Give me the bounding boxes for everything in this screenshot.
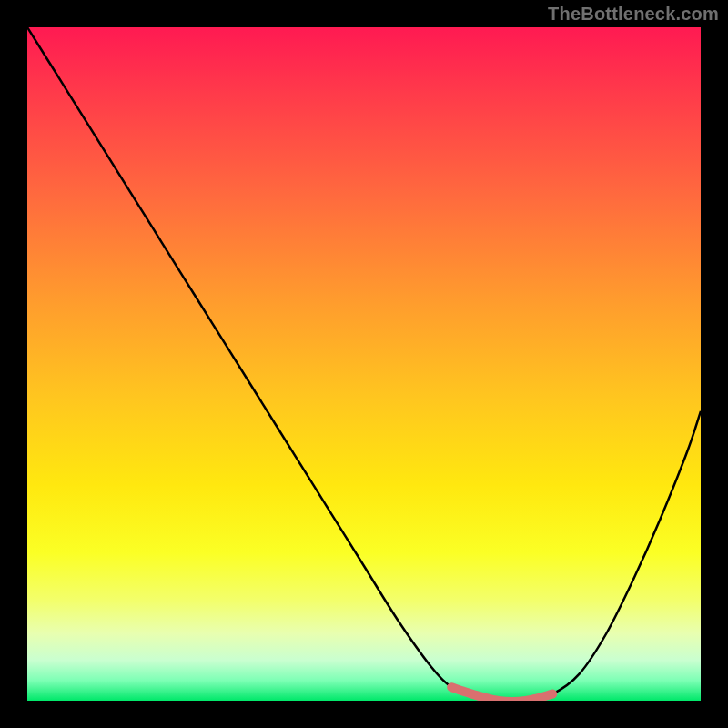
plot-area: [27, 27, 701, 701]
chart-frame: TheBottleneck.com: [0, 0, 728, 728]
bottleneck-curve-path: [27, 27, 701, 701]
optimal-band-path: [451, 687, 552, 701]
watermark-text: TheBottleneck.com: [548, 4, 719, 25]
curve-layer: [27, 27, 701, 701]
